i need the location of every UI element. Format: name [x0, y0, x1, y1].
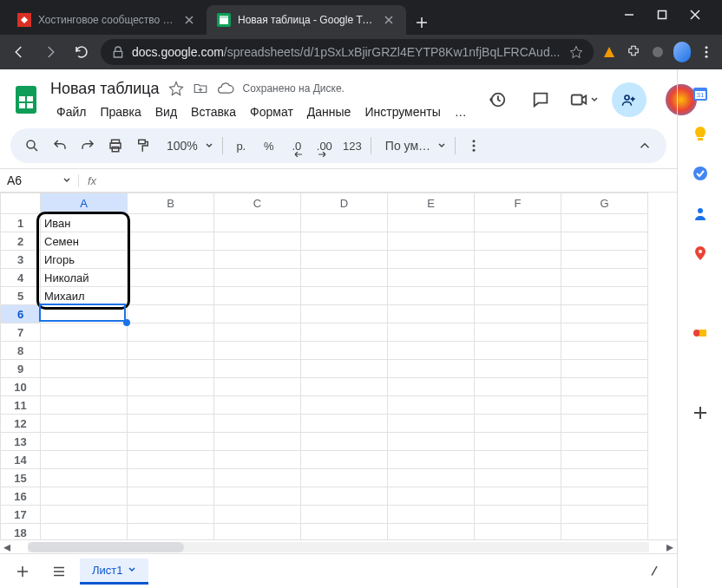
- search-menus-button[interactable]: [19, 133, 45, 159]
- cell[interactable]: [301, 342, 388, 360]
- cell[interactable]: [214, 524, 301, 540]
- cell[interactable]: [475, 415, 561, 433]
- currency-button[interactable]: р.: [228, 133, 254, 159]
- row-header[interactable]: 8: [1, 342, 41, 360]
- cell[interactable]: [301, 506, 388, 524]
- sheets-logo[interactable]: [10, 82, 42, 117]
- scroll-thumb[interactable]: [28, 542, 184, 552]
- cell[interactable]: [388, 323, 475, 342]
- row-header[interactable]: 17: [1, 506, 41, 524]
- cell[interactable]: [41, 506, 128, 524]
- column-header[interactable]: F: [475, 193, 561, 214]
- cell[interactable]: [128, 214, 214, 232]
- spreadsheet-grid[interactable]: ABCDEFG1Иван2Семен3Игорь4Николай5Михаил6…: [0, 193, 677, 539]
- redo-button[interactable]: [75, 133, 101, 159]
- menu-tools[interactable]: Инструменты: [358, 103, 446, 121]
- add-sheet-button[interactable]: [7, 559, 38, 585]
- reload-button[interactable]: [69, 40, 94, 64]
- sheet-tab[interactable]: Лист1: [80, 559, 148, 585]
- menu-view[interactable]: Вид: [149, 103, 183, 121]
- cell[interactable]: [561, 378, 648, 396]
- cell[interactable]: [475, 251, 561, 269]
- font-dropdown[interactable]: По ум…: [377, 133, 450, 159]
- formula-bar[interactable]: fx: [78, 174, 105, 187]
- row-header[interactable]: 10: [1, 378, 41, 396]
- cell[interactable]: [128, 433, 214, 451]
- cell[interactable]: [561, 305, 648, 323]
- cell[interactable]: [214, 396, 301, 415]
- comments-button[interactable]: [525, 84, 556, 115]
- cell[interactable]: [214, 342, 301, 360]
- row-header[interactable]: 13: [1, 433, 41, 451]
- cell[interactable]: [301, 378, 388, 396]
- cell[interactable]: [475, 323, 561, 342]
- cell[interactable]: [561, 506, 648, 524]
- name-box[interactable]: A6: [0, 173, 78, 187]
- extension-icon[interactable]: [649, 43, 666, 61]
- cell[interactable]: [128, 342, 214, 360]
- row-header[interactable]: 14: [1, 451, 41, 469]
- cell[interactable]: [301, 415, 388, 433]
- cell[interactable]: [388, 305, 475, 323]
- zoom-dropdown[interactable]: 100%: [158, 133, 217, 159]
- cell[interactable]: [475, 287, 561, 305]
- cell[interactable]: [388, 396, 475, 415]
- cell[interactable]: [214, 323, 301, 342]
- cell[interactable]: [388, 506, 475, 524]
- cell[interactable]: [388, 451, 475, 469]
- row-header[interactable]: 18: [1, 524, 41, 540]
- row-header[interactable]: 4: [1, 269, 41, 287]
- cell[interactable]: [214, 287, 301, 305]
- cell[interactable]: [301, 323, 388, 342]
- cell[interactable]: [128, 251, 214, 269]
- cell[interactable]: Семен: [41, 232, 128, 251]
- menu-data[interactable]: Данные: [301, 103, 358, 121]
- cell[interactable]: Игорь: [41, 251, 128, 269]
- cell[interactable]: [475, 360, 561, 378]
- cell[interactable]: [475, 342, 561, 360]
- star-icon[interactable]: [168, 81, 184, 96]
- contacts-icon[interactable]: [692, 205, 709, 222]
- cell[interactable]: [214, 433, 301, 451]
- percent-button[interactable]: %: [256, 133, 282, 159]
- cell[interactable]: [128, 451, 214, 469]
- increase-decimals-button[interactable]: .00: [312, 133, 338, 159]
- keep-icon[interactable]: [692, 125, 709, 142]
- cell[interactable]: [128, 323, 214, 342]
- cell[interactable]: [301, 396, 388, 415]
- cell[interactable]: [128, 269, 214, 287]
- cell[interactable]: [301, 251, 388, 269]
- more-formats-button[interactable]: 123: [339, 133, 365, 159]
- column-header[interactable]: A: [41, 193, 128, 214]
- addon-icon[interactable]: [692, 324, 709, 342]
- cell[interactable]: [214, 269, 301, 287]
- cell[interactable]: [475, 433, 561, 451]
- menu-edit[interactable]: Правка: [94, 103, 147, 121]
- cell[interactable]: [128, 305, 214, 323]
- cell[interactable]: [41, 469, 128, 487]
- cell[interactable]: [128, 487, 214, 506]
- cell[interactable]: [475, 469, 561, 487]
- browser-tab[interactable]: Новая таблица - Google Табли: [207, 5, 406, 35]
- cell[interactable]: Михаил: [41, 287, 128, 305]
- cloud-saved-icon[interactable]: [217, 80, 234, 97]
- cell[interactable]: [561, 251, 648, 269]
- cell[interactable]: [128, 378, 214, 396]
- cell[interactable]: [388, 342, 475, 360]
- collapse-toolbar-button[interactable]: [632, 133, 658, 159]
- cell[interactable]: [475, 378, 561, 396]
- cell[interactable]: [301, 487, 388, 506]
- row-header[interactable]: 2: [1, 232, 41, 251]
- close-window-button[interactable]: [682, 2, 708, 28]
- horizontal-scrollbar[interactable]: ◂ ▸: [0, 539, 677, 553]
- cell[interactable]: [301, 451, 388, 469]
- cell[interactable]: [214, 451, 301, 469]
- doc-title[interactable]: Новая таблица: [50, 80, 160, 98]
- row-header[interactable]: 3: [1, 251, 41, 269]
- cell[interactable]: [561, 323, 648, 342]
- cell[interactable]: [214, 415, 301, 433]
- cell[interactable]: [214, 487, 301, 506]
- cell[interactable]: [214, 305, 301, 323]
- cell[interactable]: Николай: [41, 269, 128, 287]
- cell[interactable]: [214, 251, 301, 269]
